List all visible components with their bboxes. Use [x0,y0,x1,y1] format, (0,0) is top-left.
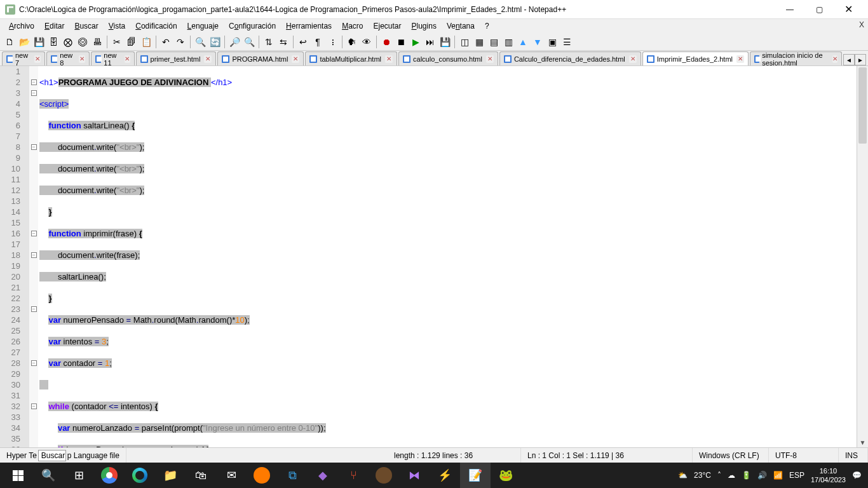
code-area[interactable]: <h1>PROGRAMA JUEGO DE ADIVINACION </h1> … [38,66,857,447]
menu-vista[interactable]: Vista [104,20,130,32]
tab-primer-test[interactable]: primer_test.html✕ [136,51,217,65]
tab-close-icon[interactable]: ✕ [79,55,85,63]
save-macro-icon[interactable]: 💾 [438,35,452,49]
tab-new11[interactable]: new 11✕ [91,51,134,65]
onedrive-icon[interactable]: ☁ [728,471,735,480]
wifi-icon[interactable]: 📶 [773,471,783,480]
menu-ayuda[interactable]: ? [480,20,494,32]
close-file-icon[interactable]: ⨂ [61,35,75,49]
tray-chevron-up-icon[interactable]: ˄ [717,471,721,480]
vertical-scrollbar[interactable]: ▲ ▼ [857,66,868,447]
fold-toggle-icon[interactable]: − [31,90,37,96]
record-macro-icon[interactable]: ⏺ [379,35,393,49]
status-insert-mode[interactable]: INS [839,448,868,463]
tab-scroll-right-icon[interactable]: ► [855,54,866,65]
tab-close-icon[interactable]: ✕ [629,55,637,63]
copy-icon[interactable]: 🗐 [125,35,139,49]
lang-icon[interactable]: 🗣 [345,35,359,49]
close-all-icon[interactable]: ⨷ [76,35,90,49]
battery-icon[interactable]: 🔋 [742,471,751,480]
cut-icon[interactable]: ✂ [110,35,124,49]
status-eol[interactable]: Windows (CR LF) [693,448,769,463]
menu-ejecutar[interactable]: Ejecutar [368,20,406,32]
print-icon[interactable]: 🖶 [90,35,104,49]
play-multi-icon[interactable]: ⏭ [423,35,437,49]
volume-icon[interactable]: 🔊 [757,471,767,480]
menu-plugins[interactable]: Plugins [407,20,442,32]
language-indicator[interactable]: ESP [789,471,804,480]
notifications-icon[interactable]: 💬 [852,471,862,480]
menu-editar[interactable]: Editar [39,20,69,32]
tab-scroll-left-icon[interactable]: ◄ [843,54,855,65]
tab-imprimir-edades[interactable]: Imprimir_Edades_2.html✕ [642,51,749,65]
fold-toggle-icon[interactable]: − [31,144,37,150]
find-icon[interactable]: 🔍 [193,35,207,49]
play-macro-icon[interactable]: ▶ [409,35,423,49]
clock[interactable]: 16:1017/04/2023 [811,466,846,484]
weather-icon[interactable]: ⛅ [678,471,688,480]
tab-close-icon[interactable]: ✕ [736,55,744,63]
weather-temp[interactable]: 23°C [694,471,711,480]
stop-macro-icon[interactable]: ⏹ [394,35,408,49]
tab-new8[interactable]: new 8✕ [46,51,90,65]
fold-toggle-icon[interactable]: − [31,403,37,409]
undo-icon[interactable]: ↶ [159,35,173,49]
menu-macro[interactable]: Macro [337,20,368,32]
menu-buscar[interactable]: Buscar [69,20,103,32]
tab-close-icon[interactable]: ✕ [832,55,837,63]
file-explorer-icon[interactable]: 📁 [155,463,186,488]
status-encoding[interactable]: UTF-8 [769,448,839,463]
minimize-button[interactable]: — [775,0,804,19]
start-button[interactable] [3,463,33,488]
edge-icon[interactable] [125,463,155,488]
menu-ventana[interactable]: Ventana [442,20,480,32]
visual-studio-icon[interactable]: ⧓ [399,463,430,488]
paste-icon[interactable]: 📋 [139,35,153,49]
tab-close-icon[interactable]: ✕ [292,55,299,63]
app-icon-orange[interactable] [247,463,277,488]
wordwrap-icon[interactable]: ↩ [296,35,310,49]
menu-herramientas[interactable]: Herramientas [281,20,337,32]
sync-h-icon[interactable]: ⇆ [276,35,290,49]
maximize-button[interactable]: ▢ [804,0,834,19]
tab-new7[interactable]: new 7✕ [2,51,45,65]
notepadpp-taskbar-icon[interactable]: 📝 [460,463,491,488]
doc-map-icon[interactable]: ▣ [545,35,559,49]
app-icon-purple[interactable]: ◆ [308,463,338,488]
panel2-icon[interactable]: ▦ [472,35,486,49]
save-icon[interactable]: 💾 [32,35,46,49]
tab-calculo-diferencia[interactable]: Calculo_diferencia_de_edades.html✕ [499,51,641,65]
scroll-down-icon[interactable]: ▼ [857,437,868,447]
sync-v-icon[interactable]: ⇅ [262,35,276,49]
tab-close-icon[interactable]: ✕ [486,55,494,63]
tab-close-icon[interactable]: ✕ [125,55,130,63]
fold-icon[interactable]: ▲ [516,35,530,49]
doc-list-icon[interactable]: ☰ [560,35,574,49]
menu-close-x[interactable]: X [859,20,864,29]
monitor-icon[interactable]: 👁 [360,35,374,49]
tab-close-icon[interactable]: ✕ [34,55,41,63]
tab-calculo-consumo[interactable]: calculo_consumo.html✕ [398,51,498,65]
search-input[interactable]: Buscar [38,450,66,461]
new-file-icon[interactable]: 🗋 [3,35,17,49]
task-view-button[interactable]: ⊞ [64,463,94,488]
tab-close-icon[interactable]: ✕ [204,55,212,63]
zoom-out-icon[interactable]: 🔍 [242,35,256,49]
tab-close-icon[interactable]: ✕ [385,55,393,63]
mail-icon[interactable]: ✉ [216,463,247,488]
menu-codificacion[interactable]: Codificación [130,20,182,32]
menu-configuracion[interactable]: Configuración [224,20,281,32]
zoom-in-icon[interactable]: 🔎 [227,35,241,49]
panel3-icon[interactable]: ▤ [487,35,501,49]
unfold-icon[interactable]: ▼ [531,35,545,49]
fold-toggle-icon[interactable]: − [31,306,37,312]
all-chars-icon[interactable]: ¶ [311,35,325,49]
save-all-icon[interactable]: 🗄 [46,35,60,49]
fold-toggle-icon[interactable]: − [31,360,37,366]
search-button[interactable]: 🔍 [33,463,64,488]
vscode-icon[interactable]: ⧉ [277,463,308,488]
fold-toggle-icon[interactable]: − [31,252,37,258]
tab-simulacion[interactable]: simulacion inicio de sesion.html✕ [750,51,842,65]
app-icon-git[interactable]: ⑂ [338,463,369,488]
tab-tabla[interactable]: tablaMultiplicar.html✕ [305,51,397,65]
